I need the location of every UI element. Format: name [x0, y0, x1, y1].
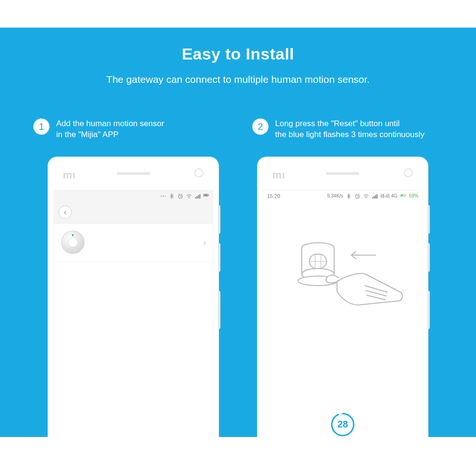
svg-point-4 [188, 198, 189, 198]
svg-point-16 [366, 198, 367, 198]
step-1-text: Add the human motion sensor in the "Miji… [56, 119, 164, 140]
status-net-speed: 9.34K/s [327, 193, 343, 198]
svg-rect-20 [377, 194, 377, 198]
svg-point-13 [68, 238, 78, 247]
device-list-item[interactable]: › [54, 224, 213, 262]
step-1-line1: Add the human motion sensor [56, 119, 164, 128]
subheadline: The gateway can connect to multiple huma… [0, 74, 476, 85]
app-nav-bar: ‹ [54, 202, 213, 224]
bluetooth-icon [346, 193, 352, 199]
phone-1-screen: ‹ [53, 190, 213, 437]
phone-1-body: mı [48, 157, 219, 437]
front-camera-icon [404, 168, 413, 178]
hero-panel: Easy to Install The gateway can connect … [0, 28, 476, 437]
svg-point-14 [72, 234, 74, 236]
countdown-ring-icon [330, 412, 355, 437]
svg-rect-5 [195, 197, 196, 198]
svg-point-0 [161, 196, 162, 197]
signal-icon [195, 193, 200, 199]
mi-logo-icon: mı [272, 169, 286, 181]
svg-rect-18 [374, 196, 375, 198]
alarm-icon [355, 193, 360, 199]
volume-up-button [218, 205, 220, 234]
status-bar [54, 190, 213, 202]
step-2-line2: the blue light flashes 3 times continuou… [275, 130, 425, 139]
status-bar: 15:20 9.34K/s [263, 190, 422, 202]
mi-logo-icon: mı [63, 169, 76, 181]
back-button[interactable]: ‹ [59, 206, 72, 219]
power-button [218, 291, 220, 329]
headline: Easy to Install [0, 45, 476, 63]
steps-row: 1 Add the human motion sensor in the "Mi… [0, 119, 476, 140]
phone-1-bezel-top: mı [49, 158, 218, 190]
svg-rect-10 [208, 195, 209, 196]
svg-rect-6 [197, 196, 198, 198]
wifi-icon [186, 193, 192, 199]
canvas: Easy to Install The gateway can connect … [0, 0, 476, 476]
reset-illustration [263, 228, 422, 333]
svg-point-33 [332, 414, 354, 436]
countdown-wrap: 28 [263, 412, 422, 437]
chevron-right-icon: › [203, 238, 206, 248]
battery-charging-icon [400, 193, 406, 199]
svg-rect-7 [198, 195, 199, 198]
chevron-left-icon: ‹ [64, 208, 66, 217]
svg-rect-8 [199, 194, 200, 198]
front-camera-icon [194, 168, 204, 178]
signal-icon [372, 193, 377, 199]
alarm-icon [178, 193, 183, 199]
step-2-text: Long press the "Reset" button until the … [275, 119, 425, 140]
phone-2-body: mı 15:20 9.34K/s [257, 157, 428, 437]
svg-point-1 [163, 196, 164, 197]
status-battery-pct: 59% [409, 193, 418, 198]
status-time: 15:20 [267, 193, 280, 199]
power-button [427, 291, 430, 329]
phone-2-bezel-top: mı [258, 158, 427, 190]
svg-rect-22 [405, 195, 406, 197]
countdown-timer: 28 [330, 412, 355, 437]
volume-down-button [427, 243, 430, 272]
step-1-line2: in the "Mijia" APP [56, 130, 119, 139]
volume-down-button [218, 243, 220, 272]
step-1-badge: 1 [33, 119, 50, 135]
svg-rect-17 [372, 197, 373, 198]
volume-up-button [427, 205, 430, 234]
earpiece-speaker [326, 172, 359, 175]
step-1: 1 Add the human motion sensor in the "Mi… [33, 119, 224, 140]
step-2-badge: 2 [252, 119, 268, 135]
battery-icon [203, 193, 209, 199]
status-network-label: 移动 4G [380, 193, 397, 199]
phones-row: mı [0, 157, 476, 437]
svg-point-2 [165, 196, 166, 197]
phone-mockup-2: mı 15:20 9.34K/s [257, 157, 428, 437]
earpiece-speaker [117, 172, 150, 175]
wifi-icon [363, 193, 369, 199]
svg-rect-11 [204, 195, 208, 196]
more-icon [160, 193, 166, 199]
phone-2-screen: 15:20 9.34K/s [263, 190, 423, 437]
motion-sensor-icon [60, 230, 85, 255]
phone-mockup-1: mı [48, 157, 219, 437]
bluetooth-icon [169, 193, 175, 199]
step-2: 2 Long press the "Reset" button until th… [252, 119, 443, 140]
step-2-line1: Long press the "Reset" button until [275, 119, 400, 128]
svg-rect-19 [375, 195, 376, 198]
